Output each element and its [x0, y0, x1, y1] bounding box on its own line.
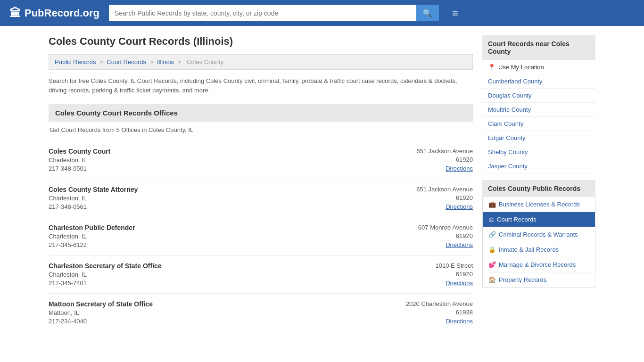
nearby-county-6[interactable]: Jasper County	[482, 159, 595, 173]
nearby-county-1[interactable]: Douglas County	[482, 89, 595, 103]
pin-icon: 📍	[488, 64, 495, 71]
public-records-item-2: 🔗 Criminal Records & Warrants	[483, 227, 595, 242]
directions-link-0[interactable]: Directions	[446, 165, 473, 172]
breadcrumb-separator-3: >	[178, 58, 183, 66]
nearby-list-container: 📍 Use My Location Cumberland CountyDougl…	[482, 60, 595, 173]
office-entry: Coles County State Attorney Charleston, …	[49, 179, 473, 217]
office-zip-2: 61920	[379, 232, 473, 239]
nearby-county-5[interactable]: Shelby County	[482, 145, 595, 159]
office-address-0: 651 Jackson Avenue	[379, 148, 473, 155]
public-records-icon-1: ⚖	[488, 216, 494, 223]
office-right-4: 2020 Charleston Avenue 61938 Directions	[379, 300, 473, 325]
office-name-0: Coles County Court	[49, 148, 110, 155]
content-area: Coles County Court Records (Illinois) Pu…	[49, 35, 473, 331]
menu-button[interactable]: ≡	[448, 5, 462, 21]
directions-link-4[interactable]: Directions	[446, 318, 473, 325]
breadcrumb-link-court-records[interactable]: Court Records	[107, 58, 146, 66]
public-records-link-2[interactable]: 🔗 Criminal Records & Warrants	[483, 227, 595, 242]
nearby-counties-list: Cumberland CountyDouglas CountyMoultrie …	[482, 74, 595, 173]
office-zip-0: 61920	[379, 156, 473, 163]
public-records-label-1: Court Records	[497, 216, 537, 223]
office-zip-1: 61920	[379, 194, 473, 201]
offices-list: Coles County Court Charleston, IL 217-34…	[49, 141, 473, 331]
breadcrumb-link-public-records[interactable]: Public Records	[55, 58, 96, 66]
public-records-item-4: 💕 Marriage & Divorce Records	[483, 257, 595, 272]
directions-link-2[interactable]: Directions	[446, 241, 473, 248]
office-phone-4: 217-234-4040	[49, 318, 153, 325]
office-name-4: Mattoon Secretary of State Office	[49, 300, 153, 308]
office-phone-0: 217-348-0501	[49, 165, 110, 172]
public-records-item-0: 💼 Business Licenses & Records	[483, 197, 595, 212]
office-city-1: Charleston, IL	[49, 195, 138, 202]
office-name-1: Coles County State Attorney	[49, 186, 138, 193]
public-records-link-3[interactable]: 🔒 Inmate & Jail Records	[483, 242, 595, 257]
directions-link-1[interactable]: Directions	[446, 203, 473, 210]
nearby-county-3[interactable]: Clark County	[482, 117, 595, 131]
office-left-2: Charleston Public Defender Charleston, I…	[49, 224, 135, 248]
office-entry: Coles County Court Charleston, IL 217-34…	[49, 141, 473, 179]
public-records-label-2: Criminal Records & Warrants	[499, 231, 578, 238]
breadcrumb-current: Coles County	[187, 58, 223, 66]
office-entry: Charleston Public Defender Charleston, I…	[49, 217, 473, 255]
breadcrumb-link-illinois[interactable]: Illinois	[157, 58, 174, 66]
office-right-3: 1010 E Street 61920 Directions	[379, 262, 473, 287]
public-records-icon-2: 🔗	[488, 231, 496, 238]
office-city-4: Mattoon, IL	[49, 309, 153, 316]
search-container: 🔍	[109, 5, 439, 21]
office-phone-3: 217-345-7401	[49, 280, 162, 287]
office-right-0: 651 Jackson Avenue 61920 Directions	[379, 148, 473, 172]
public-records-icon-5: 🏠	[488, 276, 496, 283]
public-records-item-5: 🏠 Property Records	[483, 272, 595, 287]
site-logo[interactable]: 🏛 PubRecord.org	[9, 7, 99, 20]
office-left-1: Coles County State Attorney Charleston, …	[49, 186, 138, 210]
nearby-county-0[interactable]: Cumberland County	[482, 74, 595, 89]
office-address-2: 607 Monroe Avenue	[379, 224, 473, 231]
office-zip-3: 61920	[379, 271, 473, 278]
office-zip-4: 61938	[379, 309, 473, 316]
office-city-2: Charleston, IL	[49, 233, 135, 240]
public-records-link-0[interactable]: 💼 Business Licenses & Records	[483, 197, 595, 212]
public-records-item-3: 🔒 Inmate & Jail Records	[483, 242, 595, 257]
office-left-0: Coles County Court Charleston, IL 217-34…	[49, 148, 110, 172]
page-title: Coles County Court Records (Illinois)	[49, 35, 473, 48]
public-records-icon-4: 💕	[488, 261, 496, 268]
public-records-label-3: Inmate & Jail Records	[499, 246, 559, 253]
office-address-3: 1010 E Street	[379, 262, 473, 269]
logo-text: PubRecord.org	[25, 7, 99, 19]
search-input[interactable]	[109, 5, 416, 21]
office-city-0: Charleston, IL	[49, 156, 110, 164]
office-name-2: Charleston Public Defender	[49, 224, 135, 231]
public-records-link-4[interactable]: 💕 Marriage & Divorce Records	[483, 257, 595, 272]
use-location-label: Use My Location	[498, 64, 544, 71]
logo-icon: 🏛	[9, 7, 21, 20]
office-name-3: Charleston Secretary of State Office	[49, 262, 162, 270]
public-records-link-1[interactable]: ⚖ Court Records	[483, 212, 595, 227]
directions-link-3[interactable]: Directions	[446, 280, 473, 287]
nearby-county-4[interactable]: Edgar County	[482, 131, 595, 145]
public-records-label-0: Business Licenses & Records	[499, 201, 580, 208]
office-city-3: Charleston, IL	[49, 271, 162, 278]
nearby-section-header: Court Records near Coles County	[482, 35, 595, 60]
page-description: Search for free Coles County, IL Court R…	[49, 76, 473, 95]
public-records-list: 💼 Business Licenses & Records ⚖ Court Re…	[482, 197, 595, 288]
office-address-4: 2020 Charleston Avenue	[379, 300, 473, 307]
office-right-2: 607 Monroe Avenue 61920 Directions	[379, 224, 473, 248]
offices-section-header: Coles County Court Records Offices	[49, 104, 473, 122]
public-records-label-4: Marriage & Divorce Records	[499, 261, 576, 268]
breadcrumb-separator-2: >	[150, 58, 155, 66]
office-phone-1: 217-348-0561	[49, 203, 138, 210]
office-left-3: Charleston Secretary of State Office Cha…	[49, 262, 162, 287]
office-address-1: 651 Jackson Avenue	[379, 186, 473, 193]
office-entry: Charleston Secretary of State Office Cha…	[49, 255, 473, 294]
search-button[interactable]: 🔍	[416, 5, 439, 21]
office-phone-2: 217-345-6122	[49, 241, 135, 248]
public-records-label-5: Property Records	[499, 276, 546, 283]
public-records-icon-3: 🔒	[488, 246, 496, 253]
public-records-link-5[interactable]: 🏠 Property Records	[483, 272, 595, 287]
breadcrumb-separator-1: >	[99, 58, 105, 66]
nearby-county-2[interactable]: Moultrie County	[482, 103, 595, 117]
use-location-item[interactable]: 📍 Use My Location	[482, 60, 595, 74]
public-records-icon-0: 💼	[488, 201, 496, 208]
sidebar: Court Records near Coles County 📍 Use My…	[482, 35, 595, 331]
breadcrumb: Public Records > Court Records > Illinoi…	[49, 54, 473, 70]
